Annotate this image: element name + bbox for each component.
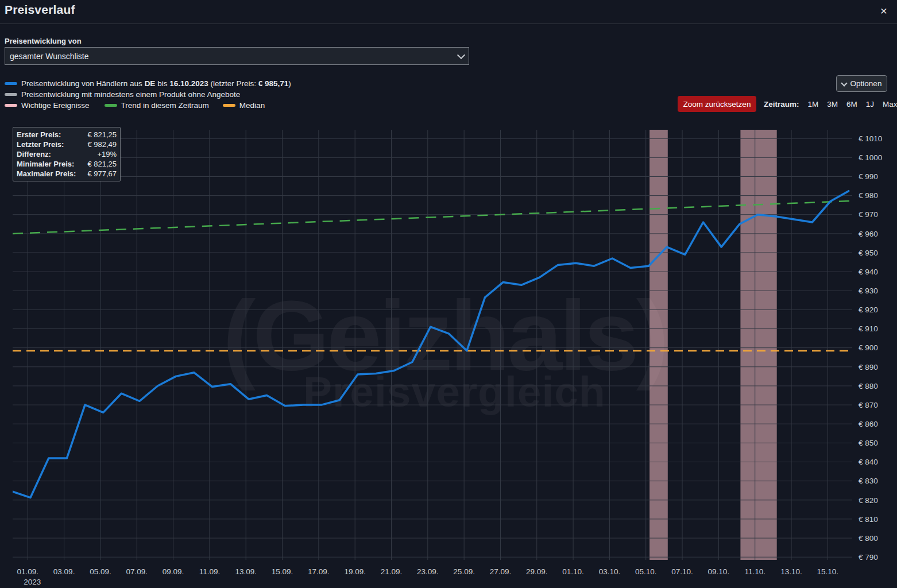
stats-label: Differenz: bbox=[17, 149, 51, 159]
x-axis-tick-label: 21.09. bbox=[381, 567, 403, 576]
stats-row: Letzter Preis:€ 982,49 bbox=[17, 140, 117, 149]
x-axis-tick-label: 11.10. bbox=[744, 567, 765, 576]
y-axis-tick-label: € 870 bbox=[859, 401, 878, 409]
y-axis-tick-label: € 900 bbox=[859, 343, 878, 352]
y-axis-tick-label: € 850 bbox=[859, 439, 878, 447]
price-history-chart[interactable]: 01.09.202303.09.05.09.07.09.09.09.11.09.… bbox=[0, 0, 897, 588]
x-axis-tick-label: 07.10. bbox=[671, 567, 693, 576]
stats-row: Differenz:+19% bbox=[17, 149, 117, 159]
stats-value: € 821,25 bbox=[87, 130, 117, 140]
stats-row: Minimaler Preis:€ 821,25 bbox=[17, 159, 117, 169]
y-axis-tick-label: € 880 bbox=[859, 382, 878, 390]
stats-row: Erster Preis:€ 821,25 bbox=[17, 130, 117, 140]
x-axis-tick-label: 09.09. bbox=[163, 567, 184, 576]
y-axis-tick-label: € 960 bbox=[859, 230, 878, 238]
price-line-series bbox=[12, 191, 848, 498]
price-stats-box: Erster Preis:€ 821,25Letzter Preis:€ 982… bbox=[13, 127, 121, 181]
x-axis-tick-label: 01.10. bbox=[562, 567, 584, 576]
y-axis-tick-label: € 820 bbox=[859, 496, 878, 505]
x-axis-tick-label: 05.10. bbox=[635, 567, 657, 576]
y-axis-tick-label: € 950 bbox=[859, 249, 878, 257]
stats-value: € 821,25 bbox=[87, 159, 117, 169]
y-axis-tick-label: € 920 bbox=[859, 305, 878, 314]
stats-value: +19% bbox=[97, 149, 117, 159]
y-axis-tick-label: € 970 bbox=[859, 210, 878, 219]
x-axis-tick-label: 15.10. bbox=[817, 567, 839, 576]
y-axis-tick-label: € 1010 bbox=[859, 134, 882, 143]
trend-line bbox=[13, 201, 852, 234]
y-axis-tick-label: € 810 bbox=[859, 515, 878, 524]
x-axis-tick-label: 01.09. bbox=[17, 567, 39, 576]
x-axis-tick-label: 15.09. bbox=[272, 567, 293, 576]
y-axis-tick-label: € 990 bbox=[859, 172, 878, 181]
stats-label: Erster Preis: bbox=[17, 130, 61, 140]
x-axis-tick-label: 11.09. bbox=[199, 567, 221, 576]
stats-value: € 977,67 bbox=[87, 169, 117, 179]
chart-canvas[interactable]: 01.09.202303.09.05.09.07.09.09.09.11.09.… bbox=[0, 0, 897, 588]
important-event-band bbox=[740, 130, 776, 560]
x-axis-tick-label: 23.09. bbox=[417, 567, 439, 576]
y-axis-tick-label: € 930 bbox=[859, 287, 878, 295]
stats-label: Letzter Preis: bbox=[17, 140, 64, 149]
x-axis-tick-label: 07.09. bbox=[126, 567, 148, 576]
x-axis-tick-label: 03.09. bbox=[53, 567, 75, 576]
x-axis-tick-label: 05.09. bbox=[90, 567, 111, 576]
stats-label: Maximaler Preis: bbox=[17, 169, 76, 179]
x-axis-tick-label: 17.09. bbox=[308, 567, 330, 576]
x-axis-tick-label: 29.09. bbox=[526, 567, 548, 576]
y-axis-tick-label: € 940 bbox=[859, 268, 878, 276]
x-axis-tick-label: 13.10. bbox=[780, 567, 802, 576]
y-axis-tick-label: € 890 bbox=[859, 363, 878, 372]
x-axis-tick-label: 25.09. bbox=[453, 567, 475, 576]
y-axis-tick-label: € 980 bbox=[859, 191, 878, 200]
y-axis-tick-label: € 1000 bbox=[859, 153, 882, 162]
y-axis-tick-label: € 840 bbox=[859, 458, 878, 466]
y-axis-tick-label: € 830 bbox=[859, 477, 878, 485]
stats-value: € 982,49 bbox=[87, 140, 117, 149]
x-axis-tick-label: 13.09. bbox=[235, 567, 257, 576]
x-axis-tick-label: 03.10. bbox=[599, 567, 621, 576]
y-axis-tick-label: € 910 bbox=[859, 324, 878, 333]
y-axis-tick-label: € 800 bbox=[859, 534, 878, 543]
y-axis-tick-label: € 790 bbox=[859, 553, 878, 562]
stats-label: Minimaler Preis: bbox=[17, 159, 74, 169]
y-axis-tick-label: € 860 bbox=[859, 420, 878, 428]
x-axis-tick-label: 19.09. bbox=[344, 567, 366, 576]
x-axis-tick-label: 09.10. bbox=[708, 567, 730, 576]
x-axis-year-label: 2023 bbox=[24, 578, 41, 586]
stats-row: Maximaler Preis:€ 977,67 bbox=[17, 169, 117, 179]
x-axis-tick-label: 27.09. bbox=[490, 567, 512, 576]
important-event-band bbox=[649, 130, 668, 560]
